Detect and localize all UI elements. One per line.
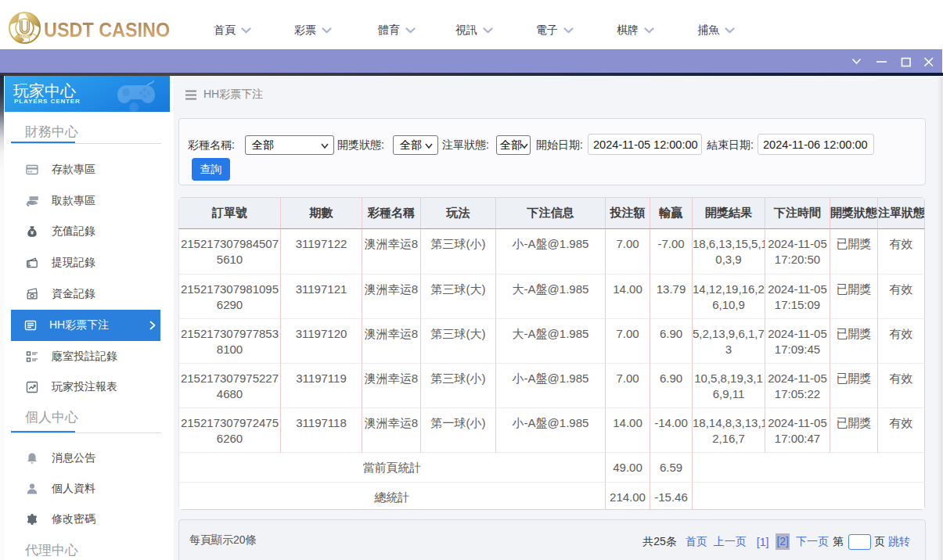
- svg-text:¥: ¥: [31, 229, 34, 236]
- svg-text:CASINO: CASINO: [20, 35, 31, 38]
